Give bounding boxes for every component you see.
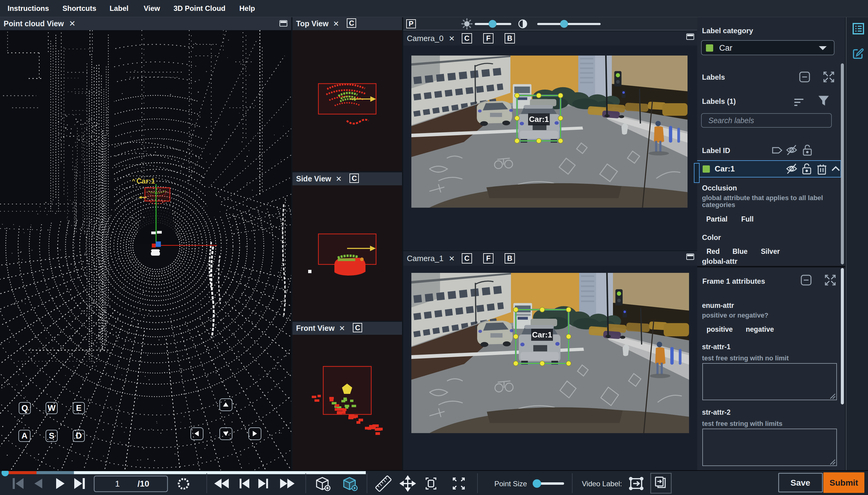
svg-text:Point Size: Point Size	[494, 480, 527, 488]
svg-text:1: 1	[115, 479, 120, 488]
svg-text:Save: Save	[791, 478, 810, 488]
svg-text:Car:1: Car:1	[529, 115, 549, 123]
svg-text:/10: /10	[138, 479, 150, 488]
svg-text:Submit: Submit	[830, 478, 858, 488]
svg-text:Car:1: Car:1	[136, 177, 155, 185]
svg-text:Car:1: Car:1	[532, 330, 552, 339]
svg-text:^: ^	[132, 178, 135, 184]
svg-text:Video Label:: Video Label:	[582, 480, 622, 488]
